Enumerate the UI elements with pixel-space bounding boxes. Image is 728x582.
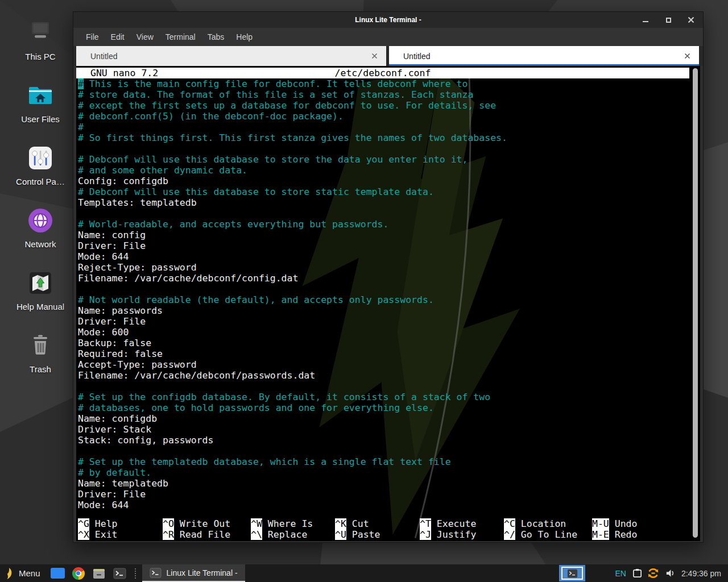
tab-close-button[interactable]	[370, 52, 378, 60]
desktop-icon-control-panel[interactable]: Control Pa…	[6, 139, 75, 186]
editor-line: Backup: false	[78, 338, 700, 348]
shortcut-key: ^\	[251, 529, 262, 540]
desktop-icon-list: This PC User Files	[6, 14, 75, 389]
desktop-icon-label: Help Manual	[16, 302, 64, 311]
editor-line: # Not world readable (the default), and …	[78, 294, 700, 305]
nano-shortcut-bar: ^G Help^X Exit^O Write Out^R Read File^W…	[78, 518, 689, 540]
shortcut-column: ^G Help^X Exit	[78, 518, 118, 540]
shortcut-write-out: ^O Write Out	[163, 518, 230, 529]
shortcut-replace: ^\ Replace	[251, 529, 313, 540]
desktop-icon-label: Control Pa…	[16, 177, 65, 186]
window-titlebar[interactable]: Linux Lite Terminal -	[73, 12, 703, 28]
editor-line: Name: config	[78, 230, 700, 240]
close-button[interactable]	[687, 16, 695, 24]
chrome-launcher[interactable]	[72, 567, 85, 580]
editor-line: Driver: Stack	[78, 424, 700, 435]
shortcut-justify: ^J Justify	[420, 529, 476, 540]
updates-tray-item[interactable]	[647, 567, 660, 580]
desktop-icon-network[interactable]: Network	[6, 201, 75, 249]
shortcut-key: ^U	[335, 529, 346, 540]
shortcut-key: ^T	[420, 518, 431, 529]
tab-label: Untitled	[389, 52, 430, 61]
shortcut-column: ^T Execute^J Justify	[420, 518, 476, 540]
editor-line: # Set up the configdb database. By defau…	[78, 392, 700, 402]
menu-view[interactable]: View	[135, 31, 155, 43]
tab-untitled-1[interactable]: Untitled	[76, 46, 386, 66]
shortcut-column: ^O Write Out^R Read File	[163, 518, 230, 540]
editor-line: Filename: /var/cache/debconf/config.dat	[78, 273, 700, 284]
desktop-icon-label: This PC	[25, 52, 55, 61]
tab-untitled-2[interactable]: Untitled	[389, 46, 699, 66]
menu-terminal[interactable]: Terminal	[164, 31, 197, 43]
desktop-icon-trash[interactable]: Trash	[6, 326, 75, 374]
menu-file[interactable]: File	[85, 31, 100, 43]
shortcut-exit: ^X Exit	[78, 529, 118, 540]
editor-line: Driver: File	[78, 489, 700, 500]
editor-line	[78, 143, 700, 154]
menu-button[interactable]: Menu	[19, 568, 40, 578]
keyboard-layout-indicator[interactable]: EN	[615, 569, 626, 578]
shortcut-key: ^G	[78, 518, 89, 529]
clipboard-icon	[632, 568, 643, 579]
speaker-icon	[665, 568, 676, 579]
editor-line: Reject-Type: password	[78, 262, 700, 273]
editor-line: # except the first sets up a database fo…	[78, 100, 700, 111]
network-globe-icon	[24, 205, 56, 236]
shortcut-column: ^W Where Is^\ Replace	[251, 518, 313, 540]
file-manager-launcher[interactable]	[92, 567, 106, 580]
editor-text-area: # This is the main config file for debco…	[78, 78, 700, 510]
clock[interactable]: 2:49:36 pm	[681, 569, 721, 578]
taskbar-window-button[interactable]: Linux Lite Terminal -	[142, 564, 245, 582]
text-cursor: #	[78, 78, 84, 89]
shortcut-location: ^C Location	[504, 518, 577, 529]
shortcut-cut: ^K Cut	[335, 518, 380, 529]
nano-version: GNU nano 7.2	[90, 68, 158, 78]
shortcut-key: M-U	[592, 518, 609, 529]
editor-line: Name: templatedb	[78, 478, 700, 489]
taskbar-window-title: Linux Lite Terminal -	[167, 568, 238, 577]
shortcut-help: ^G Help	[78, 518, 118, 529]
editor-line: # This is the main config file for debco…	[78, 78, 700, 89]
window-controls	[642, 12, 695, 28]
show-desktop-button[interactable]	[51, 568, 65, 579]
linux-lite-logo-icon[interactable]	[5, 567, 14, 580]
menu-tabs[interactable]: Tabs	[206, 31, 226, 43]
editor-line: Mode: 600	[78, 327, 700, 338]
editor-line: Name: configdb	[78, 413, 700, 424]
window-title: Linux Lite Terminal -	[355, 16, 421, 24]
desktop-icon-this-pc[interactable]: This PC	[6, 14, 75, 61]
tray-terminal-indicator[interactable]	[559, 565, 585, 581]
shortcut-key: ^C	[504, 518, 515, 529]
volume-tray-item[interactable]	[665, 568, 676, 579]
shortcut-paste: ^U Paste	[335, 529, 380, 540]
terminal-launcher[interactable]	[113, 567, 126, 580]
desktop-icon-user-files[interactable]: User Files	[6, 76, 75, 124]
clipboard-tray-item[interactable]	[632, 568, 643, 579]
terminal-icon	[150, 567, 162, 579]
editor-line: Config: configdb	[78, 176, 700, 186]
maximize-button[interactable]	[664, 16, 672, 24]
nano-filename: /etc/debconf.conf	[76, 68, 689, 78]
tab-close-button[interactable]	[683, 52, 691, 60]
editor-line: # So first things first. This first stan…	[78, 132, 700, 143]
terminal-viewport[interactable]: GNU nano 7.2 /etc/debconf.conf # This is…	[76, 66, 700, 541]
nano-title-bar: GNU nano 7.2 /etc/debconf.conf	[76, 68, 689, 78]
scrollbar-thumb[interactable]	[693, 68, 698, 538]
terminal-scrollbar[interactable]	[693, 68, 698, 538]
menu-edit[interactable]: Edit	[110, 31, 126, 43]
shortcut-go-to-line: ^/ Go To Line	[504, 529, 577, 540]
taskbar-separator	[135, 568, 138, 579]
shortcut-key: ^J	[420, 529, 431, 540]
editor-line: Driver: File	[78, 240, 700, 251]
minimize-button[interactable]	[642, 16, 650, 24]
desktop-icon	[51, 568, 65, 579]
tab-label: Untitled	[76, 52, 117, 61]
desktop-icon-help-manual[interactable]: Help Manual	[6, 264, 75, 311]
shortcut-undo: M-U Undo	[592, 518, 637, 529]
menu-help[interactable]: Help	[235, 31, 254, 43]
editor-line: Required: false	[78, 348, 700, 359]
editor-line: Stack: config, passwords	[78, 435, 700, 446]
shortcut-key: ^W	[251, 518, 262, 529]
shortcut-key: ^/	[504, 529, 515, 540]
editor-line: Name: passwords	[78, 305, 700, 316]
